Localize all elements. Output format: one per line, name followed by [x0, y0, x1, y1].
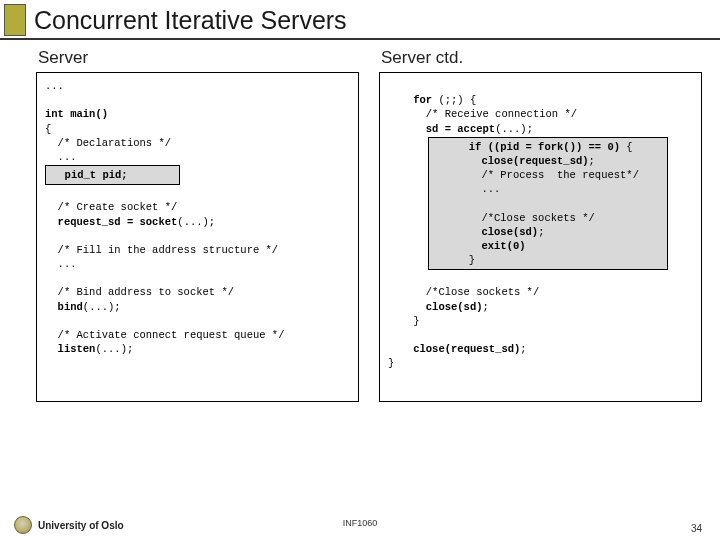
code-line: }: [388, 357, 394, 369]
title-accent-chip: [4, 4, 26, 36]
right-code-box: for (;;) { /* Receive connection */ sd =…: [379, 72, 702, 402]
code-line: ...: [45, 80, 64, 92]
title-bar: Concurrent Iterative Servers: [0, 0, 720, 40]
code-line: /* Bind address to socket */: [45, 286, 234, 298]
code-line: sd = accept(...);: [388, 123, 533, 135]
code-line: ...: [45, 151, 77, 163]
code-kw: int main(): [45, 108, 108, 120]
left-column: Server ... int main() { /* Declarations …: [36, 48, 359, 402]
code-line: int main(): [45, 108, 108, 120]
right-header: Server ctd.: [379, 48, 702, 68]
code-line: }: [431, 254, 475, 266]
code-line: {: [45, 123, 51, 135]
code-line: /*Close sockets */: [431, 212, 595, 224]
code-line: close(request_sd);: [388, 343, 527, 355]
code-line: /* Process the request*/: [431, 169, 639, 181]
page-number: 34: [691, 523, 702, 534]
code-line: }: [388, 315, 420, 327]
code-line: /* Create socket */: [45, 201, 177, 213]
code-line: bind(...);: [45, 301, 121, 313]
footer-left: University of Oslo: [14, 516, 124, 534]
university-name: University of Oslo: [38, 520, 124, 531]
content-area: Server ... int main() { /* Declarations …: [0, 40, 720, 402]
left-header: Server: [36, 48, 359, 68]
code-line: listen(...);: [45, 343, 133, 355]
code-kw: pid_t pid;: [52, 169, 128, 181]
footer: University of Oslo INF1060 34: [0, 516, 720, 534]
university-seal-icon: [14, 516, 32, 534]
code-line: close(sd);: [388, 301, 489, 313]
slide-title: Concurrent Iterative Servers: [34, 6, 347, 35]
right-column: Server ctd. for (;;) { /* Receive connec…: [379, 48, 702, 402]
code-line: exit(0): [431, 240, 526, 252]
code-line: /* Receive connection */: [388, 108, 577, 120]
left-code-box: ... int main() { /* Declarations */ ... …: [36, 72, 359, 402]
code-line: request_sd = socket(...);: [45, 216, 215, 228]
code-line: for (;;) {: [388, 94, 476, 106]
code-line: if ((pid = fork()) == 0) {: [431, 141, 633, 153]
code-line: /*Close sockets */: [388, 286, 539, 298]
course-code: INF1060: [343, 518, 378, 528]
code-line: close(sd);: [431, 226, 544, 238]
code-line: /* Fill in the address structure */: [45, 244, 278, 256]
code-line: ...: [45, 258, 77, 270]
code-line: /* Activate connect request queue */: [45, 329, 284, 341]
highlight-fork-block: if ((pid = fork()) == 0) { close(request…: [428, 137, 668, 271]
code-line: close(request_sd);: [431, 155, 595, 167]
code-line: /* Declarations */: [45, 137, 171, 149]
code-line: ...: [431, 183, 500, 195]
highlight-pid-decl: pid_t pid;: [45, 165, 180, 185]
